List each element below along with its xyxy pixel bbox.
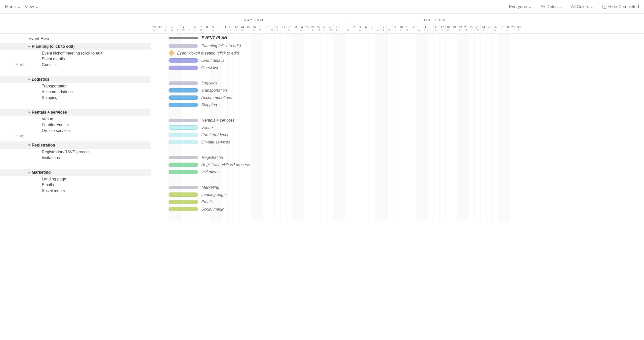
day-column-header[interactable]: 14W: [239, 24, 245, 34]
milestone-diamond[interactable]: [169, 50, 174, 56]
group-header[interactable]: Planning (click to edit): [0, 43, 151, 50]
filter-everyone[interactable]: Everyone: [509, 4, 532, 9]
day-column-header[interactable]: 29T: [510, 24, 516, 34]
filter-dates[interactable]: All Dates: [540, 4, 562, 9]
task-bar[interactable]: Shipping: [169, 103, 198, 107]
day-column-header[interactable]: 7T: [380, 24, 386, 34]
day-column-header[interactable]: 3T: [175, 24, 180, 34]
task-row[interactable]: Invitations: [0, 155, 151, 161]
day-column-header[interactable]: 14T: [422, 24, 427, 34]
day-column-header[interactable]: 30T: [157, 24, 163, 34]
day-column-header[interactable]: 16M: [433, 24, 439, 34]
day-column-header[interactable]: 20T: [274, 24, 280, 34]
day-column-header[interactable]: 4W: [180, 24, 186, 34]
day-column-header[interactable]: 19T: [451, 24, 457, 34]
timeline-body[interactable]: EVENT PLANPlanning (click to edit)Event …: [151, 34, 644, 221]
day-column-header[interactable]: 25T: [304, 24, 310, 34]
group-summary-bar[interactable]: Registration: [169, 156, 198, 159]
group-summary-bar[interactable]: Rentals + services: [169, 119, 198, 122]
day-column-header[interactable]: 10T: [216, 24, 221, 34]
day-column-header[interactable]: 26M: [492, 24, 498, 34]
day-column-header[interactable]: 31F: [339, 24, 345, 34]
day-column-header[interactable]: 28W: [504, 24, 510, 34]
task-bar[interactable]: Accommodations: [169, 95, 198, 100]
day-column-header[interactable]: 27T: [498, 24, 504, 34]
day-column-header[interactable]: 9T: [392, 24, 398, 34]
day-column-header[interactable]: 6M: [375, 24, 380, 34]
task-bar[interactable]: Guest list: [169, 66, 198, 70]
day-column-header[interactable]: 18T: [263, 24, 268, 34]
day-column-header[interactable]: 9W: [210, 24, 216, 34]
task-bar[interactable]: Invitations: [169, 170, 198, 174]
day-column-header[interactable]: 1M: [345, 24, 351, 34]
day-column-header[interactable]: 26F: [310, 24, 316, 34]
day-column-header[interactable]: 30T: [333, 24, 339, 34]
day-column-header[interactable]: 12T: [410, 24, 416, 34]
day-column-header[interactable]: 23W: [474, 24, 480, 34]
day-column-header[interactable]: 24T: [480, 24, 486, 34]
task-row[interactable]: Shipping: [0, 95, 151, 101]
day-column-header[interactable]: 1F: [163, 24, 169, 34]
day-column-header[interactable]: 8T: [204, 24, 210, 34]
day-column-header[interactable]: 12M: [227, 24, 233, 34]
group-header[interactable]: Rentals + services: [0, 109, 151, 116]
day-column-header[interactable]: 22M: [286, 24, 292, 34]
project-summary-bar[interactable]: EVENT PLAN: [169, 37, 198, 39]
day-column-header[interactable]: 5F: [369, 24, 374, 34]
day-column-header[interactable]: 2T: [351, 24, 357, 34]
filter-colors[interactable]: All Colors: [571, 4, 594, 9]
task-row[interactable]: Event kickoff meeting (click to edit): [0, 50, 151, 56]
day-column-header[interactable]: 13T: [233, 24, 239, 34]
day-column-header[interactable]: 21F: [280, 24, 286, 34]
task-bar[interactable]: On-site services: [169, 140, 198, 144]
task-bar[interactable]: Furniture/decor: [169, 133, 198, 137]
day-column-header[interactable]: 30F: [516, 24, 521, 34]
day-column-header[interactable]: 21M: [463, 24, 469, 34]
task-row[interactable]: On-site services0/5: [0, 128, 151, 133]
day-column-header[interactable]: 17M: [257, 24, 263, 34]
day-column-header[interactable]: 29W: [328, 24, 333, 34]
task-row[interactable]: Furniture/decor: [0, 122, 151, 128]
group-header[interactable]: Marketing: [0, 169, 151, 176]
task-bar[interactable]: Emails: [169, 200, 198, 204]
group-header[interactable]: Logistics: [0, 76, 151, 83]
task-row[interactable]: Accommodations: [0, 89, 151, 95]
view-dropdown[interactable]: View: [25, 4, 39, 9]
day-column-header[interactable]: 17T: [439, 24, 445, 34]
day-column-header[interactable]: 6F: [192, 24, 198, 34]
day-column-header[interactable]: 24W: [298, 24, 304, 34]
menu-dropdown[interactable]: Menu: [5, 4, 20, 9]
day-column-header[interactable]: 20F: [457, 24, 463, 34]
day-column-header[interactable]: 16F: [251, 24, 257, 34]
hide-completed-toggle[interactable]: Hide Completed: [602, 4, 639, 9]
day-column-header[interactable]: 15T: [245, 24, 251, 34]
day-column-header[interactable]: 28T: [321, 24, 327, 34]
task-row[interactable]: Transportation: [0, 83, 151, 89]
day-column-header[interactable]: 29W: [151, 24, 157, 34]
group-summary-bar[interactable]: Planning (click to edit): [169, 44, 198, 48]
group-header[interactable]: Registration: [0, 141, 151, 149]
task-bar[interactable]: Venue: [169, 125, 198, 130]
project-title[interactable]: Event Plan: [0, 34, 151, 43]
day-column-header[interactable]: 13W: [416, 24, 422, 34]
task-bar[interactable]: Event details: [169, 58, 198, 63]
task-row[interactable]: Venue: [0, 116, 151, 122]
task-bar[interactable]: Registration/RSVP process: [169, 163, 198, 167]
day-column-header[interactable]: 19W: [269, 24, 274, 34]
day-column-header[interactable]: 5T: [186, 24, 192, 34]
task-row[interactable]: Landing page: [0, 176, 151, 182]
day-column-header[interactable]: 4T: [363, 24, 369, 34]
day-column-header[interactable]: 25F: [486, 24, 492, 34]
task-row[interactable]: Emails: [0, 182, 151, 188]
day-column-header[interactable]: 8W: [386, 24, 392, 34]
gantt-timeline[interactable]: MAY 2020JUNE 2020 29W30T1F2M3T4W5T6F7M8T…: [151, 14, 644, 340]
day-column-header[interactable]: 22T: [469, 24, 474, 34]
task-bar[interactable]: Transportation: [169, 88, 198, 92]
task-row[interactable]: Event details0/3: [0, 56, 151, 62]
day-column-header[interactable]: 15F: [427, 24, 433, 34]
group-summary-bar[interactable]: Logistics: [169, 81, 198, 85]
day-column-header[interactable]: 10F: [398, 24, 404, 34]
day-column-header[interactable]: 7M: [198, 24, 204, 34]
day-column-header[interactable]: 23T: [292, 24, 298, 34]
day-column-header[interactable]: 11F: [222, 24, 227, 34]
